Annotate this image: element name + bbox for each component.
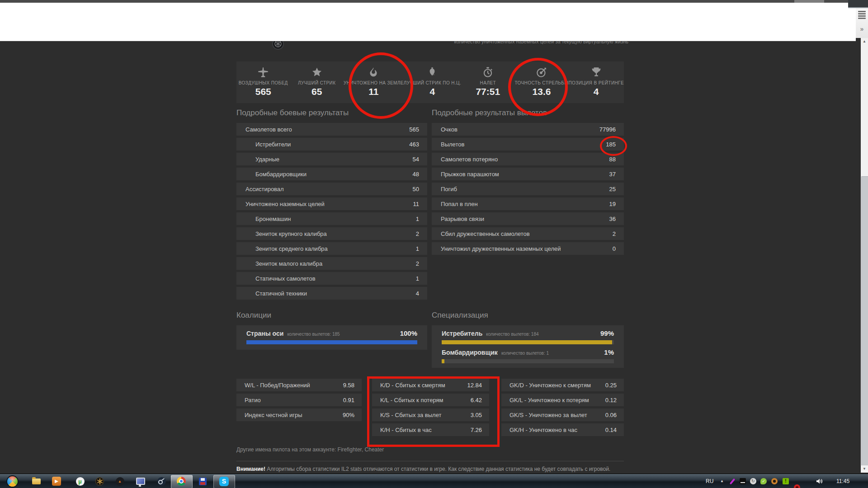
browser-toolbar-area bbox=[0, 3, 856, 41]
coalitions-box: Страны осиколичество вылетов: 185 100% bbox=[236, 325, 427, 350]
pilot-aliases-text: Другие имена пилота на этом аккаунте: Fi… bbox=[236, 446, 384, 453]
computer-taskbar-icon[interactable] bbox=[136, 474, 145, 488]
summary-value: 4 bbox=[430, 86, 435, 97]
table-row: GK/D - Уничтожено к смертям0.25 bbox=[501, 379, 624, 391]
row-label: W/L - Побед/Поражений bbox=[245, 382, 310, 389]
row-value: 2 bbox=[416, 260, 419, 267]
specialization-note: количество вылетов: 184 bbox=[486, 332, 538, 337]
row-label: Индекс честной игры bbox=[245, 412, 302, 418]
utorrent-taskbar-icon[interactable]: µ bbox=[75, 474, 85, 488]
row-value: 50 bbox=[413, 186, 419, 192]
specialization-note: количество вылетов: 1 bbox=[501, 351, 549, 356]
chevron-more-icon[interactable]: » bbox=[858, 24, 866, 33]
red-box-annotation-kill-ratios bbox=[367, 376, 500, 447]
tooltip-text: количество уничтоженных наземных целей з… bbox=[454, 41, 628, 44]
folder-icon bbox=[32, 479, 41, 484]
play-icon: ▶ bbox=[52, 477, 61, 486]
specialization-percent: 1% bbox=[604, 348, 614, 356]
table-row: Ассистировал50 bbox=[236, 183, 427, 195]
skype-taskbar-icon[interactable]: S bbox=[219, 474, 229, 488]
media-player-taskbar-icon[interactable]: ▶ bbox=[52, 474, 61, 488]
inbox-tray-icon[interactable] bbox=[740, 478, 746, 484]
table-row: Ударные54 bbox=[236, 153, 427, 165]
table-row: Зениток малого калибра2 bbox=[236, 257, 427, 270]
table-row: Самолетов потеряно88 bbox=[432, 153, 624, 165]
explorer-taskbar-icon[interactable] bbox=[32, 474, 41, 488]
table-row: GK/S - Уничтожено за вылет0.06 bbox=[501, 408, 624, 421]
row-label: Зениток крупного калибра bbox=[255, 230, 327, 237]
row-label: Статичных самолетов bbox=[255, 275, 316, 282]
pencil-tray-icon[interactable] bbox=[729, 478, 736, 484]
summary-air-victories: ВОЗДУШНЫХ ПОБЕД 565 bbox=[236, 61, 290, 103]
steam-taskbar-icon[interactable] bbox=[157, 474, 166, 488]
row-label: Зениток малого калибра bbox=[255, 260, 322, 267]
stopwatch-icon bbox=[482, 66, 494, 78]
bomb-icon bbox=[426, 66, 438, 78]
show-hidden-icons-button[interactable]: ▲ bbox=[720, 474, 724, 488]
row-value: 0.12 bbox=[605, 397, 617, 404]
headset-tray-icon[interactable] bbox=[794, 484, 800, 488]
row-value: 2 bbox=[613, 230, 616, 237]
nvidia-tray-icon[interactable]: ! bbox=[783, 478, 789, 484]
row-value: 19 bbox=[609, 201, 616, 207]
taskbar: ▶ µ ▲ S RU ▲ ↻ ✓ ! 11:45 bbox=[0, 474, 868, 488]
row-label: Вылетов bbox=[441, 141, 464, 148]
row-label: GK/H - Уничтожено в час bbox=[509, 427, 577, 433]
aimp-icon: ▲ bbox=[116, 477, 124, 486]
row-label: Прыжков парашютом bbox=[441, 171, 499, 178]
volume-tray-icon[interactable] bbox=[816, 478, 822, 484]
row-label: Самолетов потеряно bbox=[441, 156, 498, 163]
language-indicator[interactable]: RU bbox=[706, 474, 713, 488]
specialization-bar-track bbox=[442, 340, 614, 344]
table-row: Разрывов связи36 bbox=[432, 212, 624, 225]
row-label: Самолетов всего bbox=[245, 126, 292, 133]
table-row: Зениток среднего калибра1 bbox=[236, 242, 427, 255]
table-row: Прыжков парашютом37 bbox=[432, 168, 624, 180]
divider bbox=[236, 461, 624, 461]
coalition-bar-track bbox=[246, 340, 417, 344]
floppy-app-taskbar-icon[interactable] bbox=[198, 474, 207, 488]
coalition-note: количество вылетов: 185 bbox=[287, 332, 340, 337]
start-button[interactable] bbox=[5, 474, 20, 488]
scrollbar-thumb[interactable] bbox=[861, 176, 868, 466]
table-row: Ратио0.91 bbox=[236, 394, 362, 406]
aimp-taskbar-icon[interactable]: ▲ bbox=[115, 474, 124, 488]
scroll-down-icon[interactable]: ▼ bbox=[861, 465, 868, 473]
table-row: GK/H - Уничтожено в час0.14 bbox=[501, 423, 624, 436]
specialization-bar-fill bbox=[442, 340, 612, 344]
red-circle-annotation-accuracy bbox=[508, 58, 568, 116]
summary-value: 65 bbox=[311, 86, 322, 97]
monitor-icon bbox=[136, 478, 145, 485]
row-value: 0 bbox=[613, 245, 616, 252]
stats-page: количество уничтоженных наземных целей з… bbox=[0, 41, 861, 474]
skype-icon: S bbox=[219, 477, 229, 486]
row-label: Бомбардировщики bbox=[255, 171, 307, 178]
row-value: 0.25 bbox=[605, 382, 617, 389]
table-row: Зениток крупного калибра2 bbox=[236, 227, 427, 240]
chrome-taskbar-icon[interactable] bbox=[177, 474, 186, 488]
row-value: 37 bbox=[609, 171, 616, 178]
table-row: Истребители463 bbox=[236, 138, 427, 150]
coalitions-title: Коалиции bbox=[236, 311, 271, 320]
row-label: Уничтожено наземных целей bbox=[245, 201, 325, 207]
antivirus-tray-icon[interactable]: ✓ bbox=[760, 478, 767, 484]
table-row: Очков77996 bbox=[432, 123, 624, 136]
warning-bold: Внимание! bbox=[236, 466, 265, 472]
propeller-tray-icon[interactable] bbox=[771, 478, 778, 484]
il2-taskbar-icon[interactable] bbox=[95, 474, 104, 488]
table-row: GK/L - Уничтожено к потерям0.12 bbox=[501, 394, 624, 406]
row-value: 77996 bbox=[599, 126, 616, 133]
clock[interactable]: 11:45 bbox=[836, 474, 849, 488]
row-value: 36 bbox=[609, 216, 616, 222]
table-row: Погиб25 bbox=[432, 183, 624, 195]
menu-icon[interactable] bbox=[858, 10, 866, 20]
row-value: 4 bbox=[416, 290, 419, 297]
scroll-up-icon[interactable]: ▲ bbox=[861, 38, 868, 45]
site-logo-icon[interactable] bbox=[272, 41, 284, 50]
vertical-scrollbar[interactable]: ▲ ▼ bbox=[861, 38, 868, 473]
coalition-name: Страны осиколичество вылетов: 185 bbox=[246, 330, 340, 337]
summary-best-streak: ЛУЧШИЙ СТРИК 65 bbox=[290, 61, 343, 103]
row-value: 90% bbox=[343, 412, 354, 418]
sync-tray-icon[interactable]: ↻ bbox=[750, 478, 756, 484]
windows-logo-icon bbox=[6, 475, 19, 488]
